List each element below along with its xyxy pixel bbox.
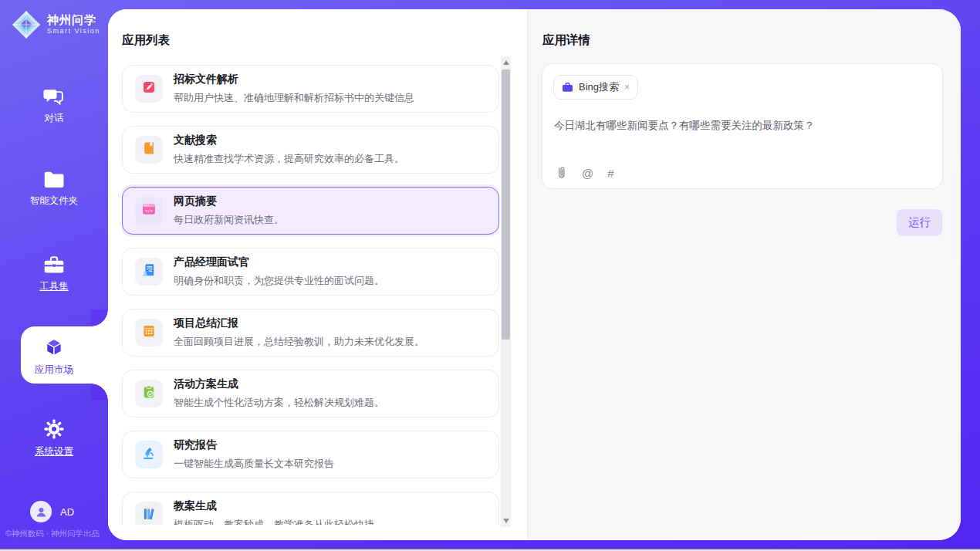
- app-icon-tile: [135, 75, 163, 103]
- app-list-title: 应用列表: [122, 32, 170, 49]
- summary-icon: [141, 323, 157, 342]
- tool-chip-bing-search[interactable]: Bing搜索 ×: [553, 75, 638, 100]
- sidebar-item-folders[interactable]: 智能文件夹: [0, 171, 108, 208]
- chat-icon: [43, 86, 65, 106]
- app-description: 明确身份和职责，为您提供专业性的面试问题。: [174, 274, 384, 288]
- briefcase-icon: [562, 82, 573, 93]
- app-name: 产品经理面试官: [174, 255, 384, 269]
- run-button[interactable]: 运行: [897, 209, 942, 236]
- person-icon: [35, 505, 48, 519]
- app-card[interactable]: 文献搜索 快速精准查找学术资源，提高研究效率的必备工具。: [122, 126, 499, 174]
- avatar: [30, 501, 52, 522]
- input-toolbar: @ #: [555, 166, 614, 180]
- app-icon-tile: </>: [135, 197, 163, 225]
- user-account[interactable]: AD: [30, 501, 74, 522]
- toolbox-icon: [43, 255, 65, 275]
- sidebar-item-label: 应用市场: [0, 363, 108, 377]
- app-name: 教案生成: [174, 499, 374, 513]
- plan-check-icon: [141, 384, 157, 403]
- app-description: 全面回顾项目进展，总结经验教训，助力未来优化发展。: [174, 335, 424, 349]
- app-list-panel: 应用列表 招标文件解析 帮助用户快速、准确地理解和解析招标书中的关键信息 文献搜…: [108, 9, 527, 540]
- sidebar-item-label: 智能文件夹: [0, 194, 108, 208]
- app-icon-tile: [135, 258, 163, 286]
- sidebar-item-app-market[interactable]: 应用市场: [0, 336, 108, 377]
- scrollbar[interactable]: [501, 56, 511, 527]
- app-card[interactable]: 研究报告 一键智能生成高质量长文本研究报告: [122, 431, 499, 478]
- app-card[interactable]: 项目总结汇报 全面回顾项目进展，总结经验教训，助力未来优化发展。: [122, 309, 499, 357]
- brand-name: 神州问学: [47, 14, 100, 27]
- app-detail-title: 应用详情: [542, 32, 590, 49]
- edit-icon: [141, 79, 157, 98]
- folder-icon: [43, 171, 65, 189]
- scrollbar-thumb[interactable]: [502, 69, 510, 340]
- app-card[interactable]: 招标文件解析 帮助用户快速、准确地理解和解析招标书中的关键信息: [122, 65, 499, 113]
- user-initials: AD: [60, 506, 74, 518]
- app-description: 帮助用户快速、准确地理解和解析招标书中的关键信息: [174, 91, 414, 105]
- lesson-icon: [141, 506, 157, 525]
- sidebar-item-settings[interactable]: 系统设置: [0, 418, 108, 458]
- app-name: 文献搜索: [174, 134, 404, 147]
- app-list: 招标文件解析 帮助用户快速、准确地理解和解析招标书中的关键信息 文献搜索 快速精…: [122, 65, 499, 525]
- mention-icon[interactable]: @: [582, 167, 593, 180]
- tool-chip-label: Bing搜索: [579, 80, 619, 94]
- sidebar-item-label: 对话: [0, 112, 108, 125]
- prompt-input[interactable]: 今日湖北有哪些新闻要点？有哪些需要关注的最新政策？: [554, 118, 931, 134]
- interview-icon: [141, 262, 157, 281]
- research-icon: [141, 445, 157, 464]
- prompt-card: Bing搜索 × 今日湖北有哪些新闻要点？有哪些需要关注的最新政策？ @ #: [542, 63, 943, 189]
- cube-icon: [42, 336, 66, 358]
- app-name: 研究报告: [174, 438, 334, 452]
- hashtag-icon[interactable]: #: [607, 167, 613, 180]
- sidebar-item-label: 工具集: [0, 280, 108, 293]
- sidebar-item-toolset[interactable]: 工具集: [0, 255, 108, 293]
- app-description: 智能生成个性化活动方案，轻松解决规划难题。: [174, 396, 384, 410]
- app-icon-tile: [135, 136, 163, 164]
- book-icon: [141, 140, 157, 159]
- sidebar-item-label: 系统设置: [0, 445, 108, 458]
- app-icon-tile: [135, 502, 163, 525]
- svg-text:</>: </>: [145, 208, 153, 213]
- tab-corner-top: [91, 309, 108, 326]
- tab-corner-bottom: [91, 384, 108, 401]
- app-card[interactable]: 活动方案生成 智能生成个性化活动方案，轻松解决规划难题。: [122, 370, 499, 417]
- app-card[interactable]: 教案生成 模板驱动，教案秒成，教学准备从此轻松快捷: [122, 492, 499, 525]
- app-name: 项目总结汇报: [174, 316, 424, 330]
- attachment-icon[interactable]: [555, 166, 568, 180]
- app-description: 模板驱动，教案秒成，教学准备从此轻松快捷: [174, 518, 374, 525]
- app-icon-tile: [135, 319, 163, 346]
- app-description: 每日政府新闻资讯快查。: [174, 213, 284, 227]
- app-icon-tile: [135, 380, 163, 407]
- brand-logo: 神州问学 Smart Vision: [12, 10, 100, 39]
- webpage-icon: </>: [141, 201, 157, 220]
- app-icon-tile: [135, 441, 163, 468]
- app-card[interactable]: 产品经理面试官 明确身份和职责，为您提供专业性的面试问题。: [122, 248, 499, 296]
- diamond-logo-icon: [12, 10, 41, 39]
- brand-tagline: Smart Vision: [47, 28, 100, 35]
- chip-close-icon[interactable]: ×: [624, 82, 630, 93]
- sidebar-item-chat[interactable]: 对话: [0, 86, 108, 125]
- app-description: 快速精准查找学术资源，提高研究效率的必备工具。: [174, 152, 404, 166]
- gear-icon: [43, 418, 65, 440]
- main-content: 应用列表 招标文件解析 帮助用户快速、准确地理解和解析招标书中的关键信息 文献搜…: [108, 9, 961, 540]
- app-name: 活动方案生成: [174, 377, 384, 391]
- app-name: 网页摘要: [174, 194, 284, 208]
- app-card[interactable]: </> 网页摘要 每日政府新闻资讯快查。: [122, 187, 499, 235]
- scroll-down-arrow-icon[interactable]: [503, 519, 509, 523]
- sidebar: 神州问学 Smart Vision 对话 智能文件夹 工具集: [0, 0, 108, 551]
- app-name: 招标文件解析: [174, 73, 414, 86]
- scroll-up-arrow-icon[interactable]: [503, 60, 509, 65]
- app-detail-panel: 应用详情 Bing搜索 × 今日湖北有哪些新闻要点？有哪些需要关注的最新政策？ …: [527, 9, 961, 540]
- app-description: 一键智能生成高质量长文本研究报告: [174, 457, 334, 471]
- copyright-footer: ©神州数码 · 神州问学出品: [5, 529, 113, 539]
